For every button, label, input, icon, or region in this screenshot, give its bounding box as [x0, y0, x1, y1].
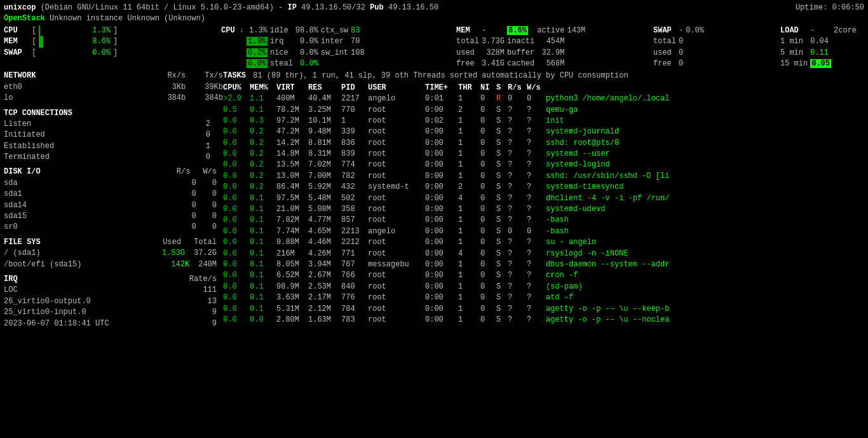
row-thr: 1: [458, 259, 480, 270]
process-row[interactable]: 0.0 0.3 97.2M 10.1M 1 root 0:02 1 0 S ? …: [223, 116, 864, 127]
uptime-value: 0:06:50: [832, 3, 864, 12]
load-stats: LOAD - 2core 1 min 0.04 5 min 0.11 15 mi…: [779, 25, 864, 70]
row-rs: ?: [508, 259, 527, 270]
disk-sda14: sda1400: [4, 200, 223, 211]
col-ws: W/s: [527, 83, 546, 93]
row-thr: 1: [458, 204, 480, 215]
row-mem: 0.1: [250, 249, 276, 259]
process-row[interactable]: 0.0 0.1 8.05M 3.94M 767 messagebu 0:00 1…: [223, 259, 864, 270]
row-ni: 0: [480, 259, 496, 270]
tasks-label: TASKS: [223, 71, 246, 80]
cpu-ctx-label: ctx_sw: [320, 25, 349, 36]
row-res: 4.65M: [308, 226, 341, 237]
process-row[interactable]: 0.0 0.1 216M 4.26M 771 root 0:00 4 0 S ?…: [223, 249, 864, 259]
row-cmd: dhclient -4 -v -i -pf /run/: [546, 193, 669, 204]
process-row[interactable]: 0.0 0.1 3.63M 2.17M 776 root 0:00 1 0 S …: [223, 292, 864, 303]
mem-cached-label: cached: [506, 58, 536, 69]
swap-pct: 0.0%: [684, 25, 705, 36]
cpu-irq-val: 0.0%: [294, 36, 320, 47]
row-user: root: [368, 138, 425, 149]
fs-boot: /boot/efi (sda15) 142K 240M: [4, 259, 223, 270]
row-mem: 0.2: [250, 138, 276, 149]
row-pid: 857: [341, 215, 368, 226]
row-mem: 0.1: [250, 282, 276, 292]
row-thr: 1: [458, 282, 480, 292]
network-eth0-name: eth0: [4, 82, 22, 93]
row-res: 3.25M: [308, 105, 341, 116]
load-5min-val: 0.11: [809, 48, 832, 58]
disk-sda15: sda1500: [4, 211, 223, 222]
row-virt: 97.2M: [276, 116, 308, 127]
row-user: angelo: [368, 226, 425, 237]
process-row[interactable]: 0.0 0.2 14.8M 8.31M 839 root 0:00 1 0 S …: [223, 149, 864, 160]
cpu-bar-bracket-open: [: [32, 25, 36, 36]
row-s: S: [496, 193, 508, 204]
row-cmd: -bash: [546, 226, 569, 237]
row-s: S: [496, 226, 508, 237]
row-pid: 358: [341, 204, 368, 215]
process-row[interactable]: >2.9 1.1 400M 40.4M 2217 angelo 0:01 1 0…: [223, 93, 864, 104]
process-row[interactable]: 0.0 0.1 97.5M 5.48M 502 root 0:00 4 0 S …: [223, 193, 864, 204]
process-row[interactable]: 0.0 0.2 13.0M 7.00M 782 root 0:00 1 0 S …: [223, 171, 864, 182]
row-user: root: [368, 215, 425, 226]
row-res: 10.1M: [308, 116, 341, 127]
row-virt: 3.63M: [276, 292, 308, 303]
cpu-sys-pct: 0.2%: [245, 48, 269, 58]
process-row[interactable]: 0.0 0.2 13.5M 7.02M 774 root 0:00 1 0 S …: [223, 160, 864, 170]
process-row[interactable]: 0.0 0.2 86.4M 5.92M 432 systemd-t 0:00 2…: [223, 182, 864, 193]
mem-bar-fill: [39, 36, 90, 47]
row-time: 0:00: [425, 204, 458, 215]
process-row[interactable]: 0.0 0.1 9.88M 4.46M 2212 root 0:00 1 0 S…: [223, 237, 864, 248]
row-mem: 0.1: [250, 292, 276, 303]
process-row[interactable]: 0.0 0.1 21.0M 5.08M 358 root 0:00 1 0 S …: [223, 204, 864, 215]
row-pid: 2212: [341, 237, 368, 248]
row-cmd: atd -f: [546, 292, 573, 303]
row-virt: 6.52M: [276, 270, 308, 281]
row-mem: 0.0: [250, 315, 276, 325]
row-ni: 0: [480, 237, 496, 248]
process-row[interactable]: 0.0 0.0 2.80M 1.63M 783 root 0:00 1 0 S …: [223, 315, 864, 325]
row-rs: ?: [508, 105, 527, 116]
row-pid: 774: [341, 160, 368, 170]
process-row[interactable]: 0.0 0.2 47.2M 9.48M 339 root 0:00 1 0 S …: [223, 127, 864, 137]
row-thr: 1: [458, 160, 480, 170]
row-pid: 770: [341, 105, 368, 116]
row-virt: 9.88M: [276, 237, 308, 248]
process-row[interactable]: 0.0 0.2 14.2M 8.81M 836 root 0:00 1 0 S …: [223, 138, 864, 149]
row-ws: ?: [527, 304, 546, 315]
swap-bar-fill: [39, 48, 90, 58]
tcp-initiated-label: Initiated: [4, 130, 45, 140]
tcp-section: TCP CONNECTIONS Listen 2 Initiated 0 Est…: [4, 108, 223, 163]
row-user: root: [368, 282, 425, 292]
col-res: RES: [308, 83, 341, 93]
process-row[interactable]: 0.5 0.1 78.2M 3.25M 770 root 0:00 2 0 S …: [223, 105, 864, 116]
row-time: 0:00: [425, 105, 458, 116]
row-cmd: sshd: root@pts/0: [546, 138, 619, 149]
process-row[interactable]: 0.0 0.1 5.31M 2.12M 784 root 0:00 1 0 S …: [223, 304, 864, 315]
load-header: LOAD: [779, 25, 809, 36]
row-user: root: [368, 149, 425, 160]
row-rs: 0: [508, 93, 527, 104]
row-thr: 4: [458, 193, 480, 204]
process-row[interactable]: 0.0 0.1 7.74M 4.65M 2213 angelo 0:00 1 0…: [223, 226, 864, 237]
process-row[interactable]: 0.0 0.1 98.9M 2.53M 840 root 0:00 1 0 S …: [223, 282, 864, 292]
row-pid: 784: [341, 304, 368, 315]
row-res: 4.77M: [308, 215, 341, 226]
row-user: messagebu: [368, 259, 425, 270]
process-row[interactable]: 0.0 0.1 7.82M 4.77M 857 root 0:00 1 0 S …: [223, 215, 864, 226]
swap-stats: SWAP - 0.0% total 0 used 0 free 0: [652, 25, 779, 70]
row-res: 5.92M: [308, 182, 341, 193]
network-lo: lo 384b 384b: [4, 93, 223, 104]
row-time: 0:00: [425, 282, 458, 292]
row-cpu: 0.0: [223, 282, 250, 292]
row-s: S: [496, 292, 508, 303]
row-pid: 432: [341, 182, 368, 193]
network-eth0: eth0 3Kb 39Kb: [4, 82, 223, 93]
row-cpu: 0.0: [223, 237, 250, 248]
tasks-summary: 81 (89 thr), 1 run, 41 slp, 39 oth Threa…: [253, 71, 628, 80]
irq-virtio0-in: 25_virtio0-input.09: [4, 307, 223, 318]
row-time: 0:00: [425, 226, 458, 237]
mem-total-val: 3.73G: [480, 36, 506, 47]
process-row[interactable]: 0.0 0.1 6.52M 2.67M 766 root 0:00 1 0 S …: [223, 270, 864, 281]
mem-bar-row: MEM [ 8.6% ]: [4, 36, 220, 47]
